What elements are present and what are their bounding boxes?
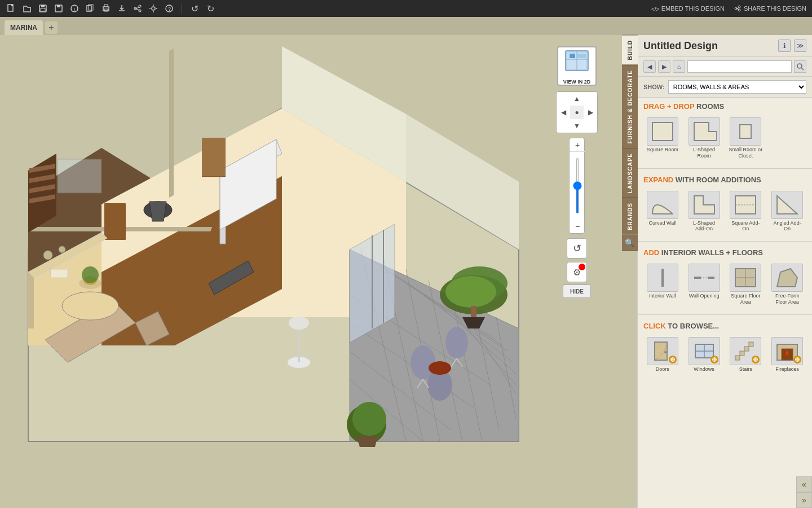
collapse-btn[interactable]: ≫ [794, 40, 806, 52]
interior-walls-grid: Interior Wall Wall Opening [638, 259, 812, 312]
square-addon-label: Square Add-On [729, 220, 763, 233]
forward-button[interactable]: ▶ [658, 60, 670, 73]
tab-brands[interactable]: BRANDS [622, 198, 638, 235]
angled-addon-icon [771, 191, 803, 219]
pages-icon[interactable] [85, 3, 96, 14]
settings-button[interactable]: ⚙ [567, 262, 587, 282]
square-room-card[interactable]: Square Room [643, 115, 682, 161]
collapse-up-button[interactable]: « [796, 476, 812, 492]
main-area: VIEW IN 2D ◀ ▲ ● ▼ ▶ + − ↺ [0, 35, 812, 508]
nav-center-btn[interactable]: ● [570, 106, 584, 119]
svg-rect-5 [57, 5, 60, 7]
wall-opening-icon [689, 264, 720, 292]
svg-rect-104 [51, 269, 68, 278]
back-button[interactable]: ◀ [643, 60, 656, 73]
l-shaped-room-card[interactable]: L-Shaped Room [685, 115, 723, 161]
svg-rect-114 [652, 122, 673, 141]
nav-left-btn[interactable]: ◀ [557, 106, 570, 119]
share-icon[interactable] [132, 3, 143, 14]
home-button[interactable]: ⌂ [673, 60, 685, 73]
svg-rect-92 [104, 203, 126, 240]
export-icon[interactable] [116, 3, 127, 14]
l-shaped-addon-card[interactable]: L-Shaped Add-On [685, 189, 723, 235]
svg-point-85 [352, 402, 386, 436]
svg-point-77 [445, 327, 468, 358]
divider-2 [638, 241, 812, 242]
svg-marker-86 [356, 436, 378, 447]
zoom-slider[interactable] [576, 157, 579, 214]
svg-point-131 [664, 351, 667, 353]
zoom-out-button[interactable]: − [570, 220, 585, 233]
svg-point-103 [59, 246, 65, 253]
nav-up-btn[interactable]: ▲ [570, 92, 584, 106]
help-icon[interactable]: ? [164, 3, 175, 14]
print-icon[interactable] [100, 3, 112, 14]
search-submit-button[interactable] [794, 60, 806, 73]
settings-icon[interactable] [148, 3, 159, 14]
share-design-label: SHARE THIS DESIGN [744, 5, 806, 12]
wall-opening-card[interactable]: Wall Opening [685, 261, 723, 308]
nav-down-btn[interactable]: ▼ [570, 119, 584, 133]
info-btn[interactable]: ℹ [778, 40, 791, 52]
curved-wall-card[interactable]: Curved Wall [643, 189, 682, 235]
directional-nav: ◀ ▲ ● ▼ ▶ [556, 91, 598, 133]
zoom-in-button[interactable]: + [570, 138, 585, 152]
save-as-icon[interactable] [53, 3, 64, 14]
windows-card[interactable]: Windows [685, 335, 723, 375]
svg-line-113 [801, 68, 804, 70]
small-room-label: Small Room or Closet [729, 147, 763, 159]
svg-text:</>: </> [651, 6, 659, 12]
save-icon[interactable] [37, 3, 48, 14]
tab-furnish[interactable]: FURNISH & DECORATE [622, 65, 638, 148]
share-design-link[interactable]: SHARE THIS DESIGN [734, 5, 806, 12]
doors-card[interactable]: Doors [643, 335, 682, 375]
tab-landscape[interactable]: LANDSCAPE [622, 148, 638, 198]
small-room-card[interactable]: Small Room or Closet [727, 115, 765, 161]
svg-rect-53 [169, 49, 174, 198]
angled-addon-card[interactable]: Angled Add-On [768, 189, 806, 235]
undo-button[interactable]: ↺ [189, 3, 200, 14]
hide-button[interactable]: HIDE [563, 284, 591, 298]
show-select[interactable]: ROOMS, WALLS & AREAS FLOORS CEILINGS [668, 80, 806, 94]
view-2d-button[interactable]: VIEW IN 2D [557, 46, 597, 86]
show-label: SHOW: [643, 84, 665, 90]
tabbar: MARINA + [0, 17, 812, 35]
room-additions-grid: Curved Wall L-Shaped Add-On [638, 186, 812, 239]
svg-rect-2 [41, 5, 45, 7]
freeform-floor-icon [771, 264, 803, 292]
svg-point-89 [289, 316, 309, 330]
curved-wall-icon [647, 191, 678, 219]
redo-button[interactable]: ↻ [205, 3, 216, 14]
svg-point-79 [429, 361, 451, 375]
collapse-down-button[interactable]: » [796, 492, 812, 508]
info-icon[interactable]: i [69, 3, 80, 14]
square-floor-card[interactable]: Square Floor Area [727, 261, 765, 308]
stairs-card[interactable]: Stairs [727, 335, 765, 375]
canvas-area[interactable]: VIEW IN 2D ◀ ▲ ● ▼ ▶ + − ↺ [0, 35, 637, 508]
new-file-icon[interactable] [6, 3, 17, 14]
search-input[interactable] [687, 60, 792, 73]
zoom-controls: + − [569, 138, 585, 234]
square-addon-card[interactable]: Square Add-On [727, 189, 765, 235]
open-icon[interactable] [21, 3, 33, 14]
tab-search[interactable]: 🔍 [622, 235, 638, 251]
wall-opening-label: Wall Opening [689, 293, 720, 299]
divider-1 [638, 168, 812, 169]
doors-label: Doors [656, 366, 669, 373]
tab-build[interactable]: BUILD [622, 35, 638, 65]
svg-rect-105 [58, 159, 102, 193]
search-bar: ◀ ▶ ⌂ [638, 57, 812, 77]
freeform-floor-card[interactable]: Free-Form Floor Area [768, 261, 806, 308]
tab-marina[interactable]: MARINA [5, 20, 43, 35]
l-shaped-addon-label: L-Shaped Add-On [687, 220, 721, 233]
fireplaces-card[interactable]: Fireplaces [768, 335, 806, 375]
interior-wall-label: Interior Wall [649, 293, 676, 299]
svg-point-112 [797, 64, 802, 68]
reset-view-button[interactable]: ↺ [567, 238, 587, 259]
right-sidebar: BUILD FURNISH & DECORATE LANDSCAPE BRAND… [637, 35, 812, 508]
nav-right-btn[interactable]: ▶ [584, 106, 597, 119]
interior-wall-card[interactable]: Interior Wall [643, 261, 682, 308]
add-tab-button[interactable]: + [45, 21, 58, 34]
section-drag-drop-title: DRAG + DROP ROOMS [638, 98, 812, 113]
embed-link[interactable]: </> EMBED THIS DESIGN [651, 5, 725, 12]
